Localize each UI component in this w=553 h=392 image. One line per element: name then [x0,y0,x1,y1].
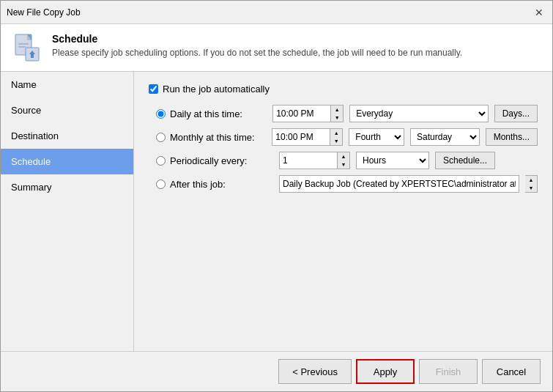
footer: < Previous Apply Finish Cancel [1,351,552,391]
svg-rect-3 [18,43,29,45]
finish-button[interactable]: Finish [419,359,478,384]
run-auto-checkbox[interactable] [149,84,158,94]
after-label: After this job: [170,179,226,190]
header-icon [12,33,42,62]
daily-down-btn[interactable]: ▼ [331,114,343,122]
after-spinner-btns: ▲ ▼ [525,175,538,193]
monthly-option-row: Monthly at this time: ▲ ▼ First Second T… [156,128,538,146]
monthly-radio[interactable] [156,133,166,142]
run-auto-label: Run the job automatically [163,84,270,95]
schedule-button[interactable]: Schedule... [435,152,495,169]
daily-label: Daily at this time: [170,108,242,119]
periodic-radio[interactable] [156,156,166,166]
run-auto-row: Run the job automatically [149,84,538,95]
monthly-up-btn[interactable]: ▲ [330,129,342,137]
after-radio[interactable] [156,180,166,189]
daily-freq-dropdown[interactable]: Everyday Weekdays Weekends [349,105,489,122]
periodic-up-btn[interactable]: ▲ [338,152,349,160]
header-description: Please specify job scheduling options. I… [52,48,462,58]
monthly-time-spinner: ▲ ▼ [272,128,343,146]
main-panel: Run the job automatically Daily at this … [134,72,552,351]
periodic-unit-dropdown[interactable]: Minutes Hours Days [356,152,429,169]
monthly-label: Monthly at this time: [170,132,255,143]
dialog-title: New File Copy Job [7,7,81,18]
sidebar-item-destination[interactable]: Destination [1,123,133,149]
daily-time-spinner: ▲ ▼ [272,105,344,122]
daily-time-input[interactable] [272,105,331,122]
dialog: New File Copy Job ✕ Schedule Please spec… [0,0,553,392]
periodic-value-spinner: ▲ ▼ [279,152,350,169]
monthly-week-dropdown[interactable]: First Second Third Fourth Last [349,128,404,146]
periodic-value-input[interactable] [279,152,338,169]
after-option-label: After this job: [156,179,273,190]
after-up-btn[interactable]: ▲ [525,176,537,184]
monthly-time-input[interactable] [272,128,330,146]
schedule-options: Daily at this time: ▲ ▼ Everyday Weekday… [156,105,538,193]
daily-spinner-btns: ▲ ▼ [331,105,344,122]
sidebar: Name Source Destination Schedule Summary [1,72,134,351]
periodic-option-row: Periodically every: ▲ ▼ Minutes Hours Da… [156,152,538,169]
days-button[interactable]: Days... [494,105,538,122]
svg-rect-4 [18,46,26,48]
after-option-row: After this job: ▲ ▼ [156,175,538,193]
periodic-down-btn[interactable]: ▼ [338,160,349,169]
sidebar-item-schedule[interactable]: Schedule [1,149,133,174]
sidebar-item-source[interactable]: Source [1,97,133,123]
periodic-option-label: Periodically every: [156,155,273,166]
sidebar-item-name[interactable]: Name [1,72,133,97]
monthly-option-label: Monthly at this time: [156,132,266,143]
previous-button[interactable]: < Previous [278,359,352,384]
sidebar-item-summary[interactable]: Summary [1,174,133,200]
monthly-spinner-btns: ▲ ▼ [330,128,343,146]
periodic-spinner-btns: ▲ ▼ [338,152,350,169]
after-job-input[interactable] [279,175,519,193]
header-title: Schedule [52,33,462,45]
months-button[interactable]: Months... [486,128,538,146]
daily-option-row: Daily at this time: ▲ ▼ Everyday Weekday… [156,105,538,122]
title-bar: New File Copy Job ✕ [1,1,552,24]
daily-up-btn[interactable]: ▲ [331,106,343,114]
title-bar-left: New File Copy Job [7,7,81,18]
periodic-label: Periodically every: [170,155,248,166]
content: Name Source Destination Schedule Summary… [1,72,552,351]
apply-button[interactable]: Apply [356,359,415,384]
monthly-down-btn[interactable]: ▼ [330,137,342,145]
close-button[interactable]: ✕ [532,5,546,20]
daily-radio[interactable] [156,109,166,119]
cancel-button[interactable]: Cancel [482,359,541,384]
header-text: Schedule Please specify job scheduling o… [52,33,462,58]
header-section: Schedule Please specify job scheduling o… [1,24,552,72]
daily-option-label: Daily at this time: [156,108,267,119]
monthly-day-dropdown[interactable]: Sunday Monday Tuesday Wednesday Thursday… [410,128,480,146]
after-down-btn[interactable]: ▼ [525,184,537,192]
